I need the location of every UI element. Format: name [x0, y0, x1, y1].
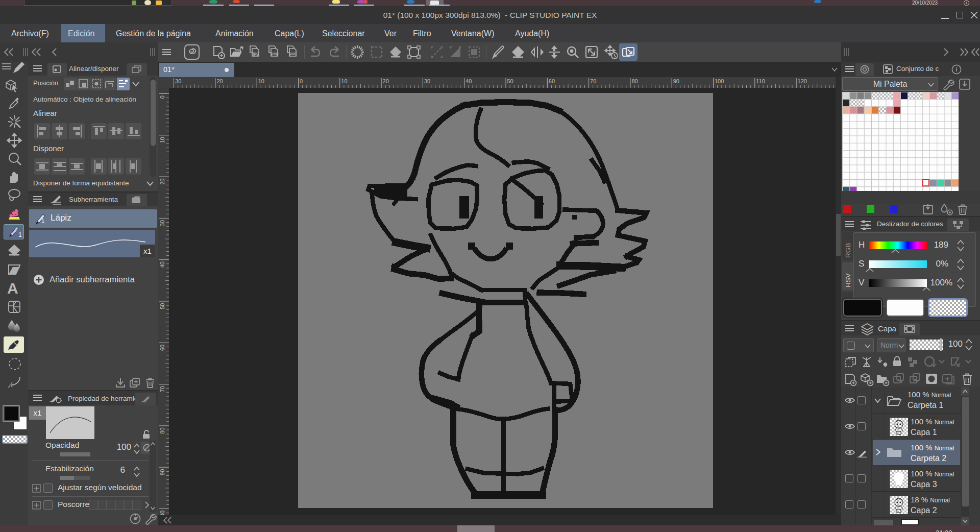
svg-text:100: 100	[715, 78, 724, 84]
svg-text:30: 30	[159, 220, 165, 226]
svg-text:60: 60	[159, 345, 165, 351]
svg-text:80: 80	[631, 78, 638, 84]
svg-text:50: 50	[159, 303, 165, 309]
svg-text:90: 90	[159, 469, 165, 475]
svg-text:20: 20	[216, 78, 223, 84]
svg-text:0: 0	[300, 78, 303, 84]
svg-text:RGB: RGB	[844, 243, 852, 258]
svg-text:HSV: HSV	[844, 273, 852, 287]
svg-text:60: 60	[549, 78, 555, 84]
svg-text:20: 20	[159, 179, 165, 185]
svg-text:20: 20	[383, 78, 389, 84]
svg-text:10: 10	[258, 78, 264, 84]
svg-text:80: 80	[159, 427, 165, 433]
svg-text:50: 50	[507, 78, 513, 84]
svg-text:10: 10	[159, 137, 165, 143]
svg-text:30: 30	[175, 78, 181, 84]
svg-text:30: 30	[424, 78, 430, 84]
svg-text:90: 90	[673, 78, 679, 84]
svg-text:110: 110	[756, 78, 765, 84]
svg-text:70: 70	[590, 78, 596, 84]
svg-text:0: 0	[159, 95, 165, 99]
svg-text:10: 10	[341, 78, 347, 84]
svg-text:png: png	[271, 51, 279, 56]
svg-text:120: 120	[798, 78, 807, 84]
svg-text:40: 40	[465, 78, 472, 84]
svg-text:jpg: jpg	[252, 51, 259, 56]
svg-text:70: 70	[159, 386, 165, 392]
svg-text:psd: psd	[289, 51, 297, 56]
svg-text:40: 40	[159, 261, 165, 268]
